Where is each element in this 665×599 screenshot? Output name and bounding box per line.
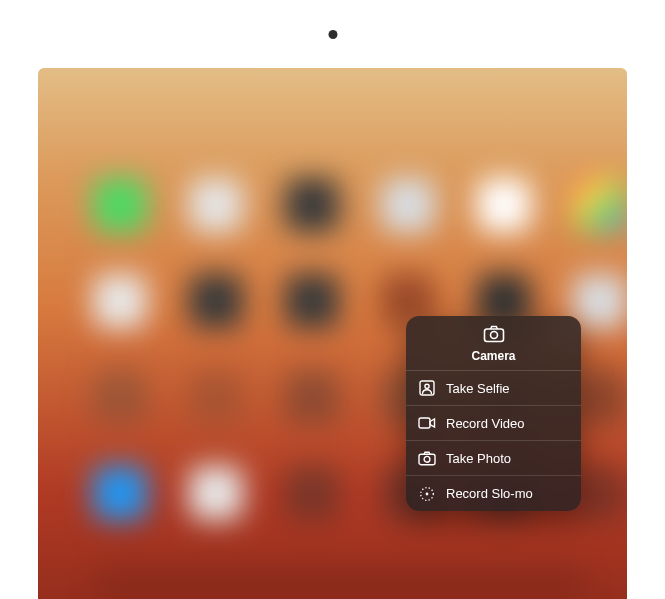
home-screen: Camera Take Selfie — [38, 68, 627, 599]
camera-quick-actions-menu: Camera Take Selfie — [406, 316, 581, 511]
app-icon[interactable] — [573, 274, 627, 328]
app-icon[interactable] — [285, 178, 339, 232]
svg-point-1 — [490, 332, 497, 339]
app-icon[interactable] — [285, 370, 339, 424]
camera-icon — [483, 325, 505, 347]
menu-item-record-slomo[interactable]: Record Slo-mo — [406, 476, 581, 511]
app-icon[interactable] — [189, 274, 243, 328]
menu-item-label: Take Photo — [446, 451, 511, 466]
app-icon[interactable] — [285, 466, 339, 520]
slomo-icon — [418, 486, 436, 502]
device-camera-dot — [328, 30, 337, 39]
menu-item-take-selfie[interactable]: Take Selfie — [406, 371, 581, 406]
menu-item-record-video[interactable]: Record Video — [406, 406, 581, 441]
menu-title: Camera — [471, 349, 515, 363]
app-icon[interactable] — [189, 370, 243, 424]
video-icon — [418, 416, 436, 430]
app-icon[interactable] — [573, 466, 627, 520]
device-bezel: Camera Take Selfie — [6, 6, 659, 599]
app-icon[interactable] — [477, 178, 531, 232]
app-icon[interactable] — [285, 274, 339, 328]
camera-icon — [418, 451, 436, 466]
app-icon[interactable] — [573, 370, 627, 424]
person-square-icon — [418, 380, 436, 396]
app-icon[interactable] — [189, 466, 243, 520]
menu-item-label: Record Video — [446, 416, 525, 431]
app-icon[interactable] — [93, 178, 147, 232]
app-icon[interactable] — [189, 178, 243, 232]
svg-rect-4 — [419, 418, 430, 428]
svg-point-3 — [425, 384, 429, 388]
svg-point-8 — [426, 492, 429, 495]
menu-item-label: Record Slo-mo — [446, 486, 533, 501]
menu-header: Camera — [406, 316, 581, 371]
app-icon[interactable] — [93, 370, 147, 424]
app-icon[interactable] — [93, 274, 147, 328]
svg-point-6 — [424, 456, 430, 462]
menu-item-label: Take Selfie — [446, 381, 510, 396]
app-icon[interactable] — [93, 466, 147, 520]
app-icon[interactable] — [573, 178, 627, 232]
dock — [93, 565, 587, 599]
app-icon[interactable] — [381, 178, 435, 232]
menu-item-take-photo[interactable]: Take Photo — [406, 441, 581, 476]
